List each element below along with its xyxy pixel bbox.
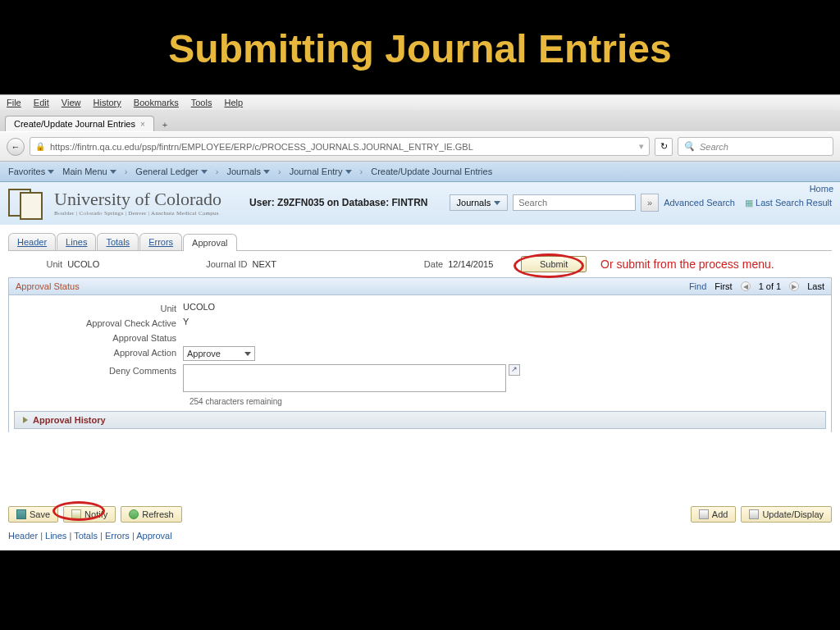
expand-icon[interactable]: ↗ [509,364,520,376]
tab-lines[interactable]: Lines [57,233,96,250]
caret-down-icon [110,170,116,174]
caret-down-icon [345,170,352,174]
refresh-icon [129,509,139,519]
url-bar[interactable]: 🔒 https://fintrn.qa.cu.edu/psp/fintrn/EM… [30,137,650,156]
back-arrow-icon: ← [11,142,21,152]
approval-status-header: Approval Status Find First ◀ 1 of 1 ▶ La… [8,277,832,295]
deny-comments-label: Deny Comments [14,364,183,376]
nav-toolbar: ← 🔒 https://fintrn.qa.cu.edu/psp/fintrn/… [0,131,840,162]
caret-down-icon [48,170,54,174]
last-search-link[interactable]: ▦ Last Search Result [745,198,832,208]
reload-icon: ↻ [660,141,668,152]
find-link[interactable]: Find [689,281,706,291]
search-placeholder: Search [700,142,728,152]
save-button[interactable]: Save [8,506,58,523]
app-search: Journals » Advanced Search ▦ Last Search… [450,194,832,212]
last-link[interactable]: Last [807,281,824,291]
search-icon: 🔍 [683,141,695,152]
date-label: Date [424,259,443,269]
bc-main-menu[interactable]: Main Menu [62,167,116,176]
browser-menu-bar: File Edit View History Bookmarks Tools H… [0,95,840,110]
notify-button[interactable]: Notify [63,506,116,523]
dropdown-icon[interactable]: ▾ [639,141,644,152]
search-scope[interactable]: Journals [450,194,509,211]
approval-action-label: Approval Action [14,346,183,358]
user-database-label: User: Z9ZFN035 on Database: FINTRN [249,197,427,208]
menu-help[interactable]: Help [224,98,243,107]
browser-search[interactable]: 🔍 Search [678,137,833,156]
next-icon[interactable]: ▶ [789,281,799,291]
approval-history-bar[interactable]: Approval History [14,411,826,429]
deny-comments-textarea[interactable] [183,364,506,392]
approval-check-label: Approval Check Active [14,317,183,328]
footer-tab-links: Header | Lines | Totals | Errors | Appro… [0,531,840,549]
menu-view[interactable]: View [62,98,81,107]
footer-errors[interactable]: Errors [105,531,130,541]
notify-icon [71,509,81,519]
action-buttons-row: Save Notify Refresh Add Update/Display [0,498,840,531]
caret-down-icon [263,170,270,174]
tab-strip: Create/Update Journal Entries × + [0,110,840,131]
bc-current: Create/Update Journal Entries [371,167,492,176]
menu-tools[interactable]: Tools [191,98,212,107]
journal-id-value: NEXT [253,259,276,269]
breadcrumb: Favorites Main Menu › General Ledger › J… [0,162,840,182]
search-input[interactable] [513,194,636,211]
update-display-button[interactable]: Update/Display [741,506,832,523]
section-title: Approval Status [16,281,80,291]
tab-approval[interactable]: Approval [183,234,236,251]
content-area: Header Lines Totals Errors Approval Unit… [0,225,840,441]
refresh-button[interactable]: Refresh [121,506,182,523]
bc-sep: › [125,167,128,176]
expand-triangle-icon [23,417,28,423]
caret-down-icon [201,170,208,174]
tab-label: Create/Update Journal Entries [14,119,135,129]
bc-journals[interactable]: Journals [226,167,270,176]
footer-totals[interactable]: Totals [74,531,98,541]
app-frame: Favorites Main Menu › General Ledger › J… [0,162,840,550]
close-tab-icon[interactable]: × [140,120,145,129]
approval-history-label: Approval History [33,415,106,425]
chars-remaining: 254 characters remaining [189,397,826,406]
save-icon [16,509,26,519]
reload-button[interactable]: ↻ [655,138,673,156]
menu-bookmarks[interactable]: Bookmarks [134,98,179,107]
approval-form: UnitUCOLO Approval Check ActiveY Approva… [8,295,832,432]
browser-tab[interactable]: Create/Update Journal Entries × [5,116,154,131]
prev-icon[interactable]: ◀ [741,281,751,291]
lock-icon: 🔒 [35,142,45,151]
bc-favorites[interactable]: Favorites [8,167,54,176]
first-link[interactable]: First [714,281,732,291]
approval-status-label: Approval Status [14,331,183,343]
unit-value: UCOLO [67,259,99,269]
menu-edit[interactable]: Edit [34,98,49,107]
tab-errors[interactable]: Errors [139,233,182,250]
journal-info-row: Unit UCOLO Journal ID NEXT Date 12/14/20… [8,251,832,277]
menu-file[interactable]: File [7,98,21,107]
footer-lines[interactable]: Lines [45,531,66,541]
advanced-search-link[interactable]: Advanced Search [664,198,735,208]
back-button[interactable]: ← [7,138,25,156]
home-link[interactable]: Home [810,184,833,194]
bc-general-ledger[interactable]: General Ledger [135,167,207,176]
new-tab-button[interactable]: + [158,118,172,131]
add-button[interactable]: Add [691,506,737,523]
unit-label: Unit [13,259,62,269]
approval-action-select[interactable]: Approve [183,346,255,361]
form-unit-label: Unit [14,302,183,313]
tab-header[interactable]: Header [8,233,56,250]
menu-history[interactable]: History [94,98,121,107]
search-go-button[interactable]: » [641,194,659,212]
results-icon: ▦ [745,198,753,208]
journal-id-label: Journal ID [206,259,247,269]
footer-header[interactable]: Header [8,531,38,541]
approval-check-value: Y [183,317,189,326]
university-label: University of Colorado Boulder | Colorad… [54,189,221,217]
submit-button[interactable]: Submit [521,256,587,272]
bc-journal-entry[interactable]: Journal Entry [290,167,352,176]
header-band: Home University of Colorado Boulder | Co… [0,182,840,225]
footer-approval[interactable]: Approval [136,531,171,541]
date-value: 12/14/2015 [448,259,493,269]
record-position: 1 of 1 [759,281,782,291]
tab-totals[interactable]: Totals [97,233,139,250]
